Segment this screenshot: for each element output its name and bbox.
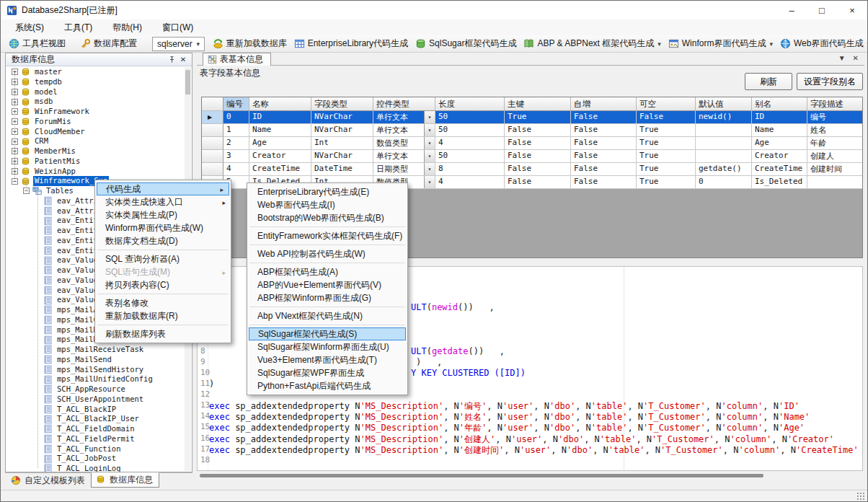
grid-row-header[interactable]: ▶ [202,111,223,124]
tree-node[interactable]: +PatientMis [6,157,185,167]
grid-cell[interactable]: Age [249,137,311,150]
toolbar-button-web-codegen[interactable]: Web界面代码生成▾ [776,36,868,52]
grid-column-header[interactable]: 可空 [637,97,696,111]
tree-node[interactable]: T_ACL_LoginLog [6,464,185,472]
panel-close-icon[interactable]: ✕ [177,55,189,65]
grid-cell[interactable]: ID [249,111,311,124]
grid-row[interactable]: 2AgeInt数值类型▾4FalseFalseTrueAge年龄 [202,137,862,150]
tree-node[interactable]: T_ACL_FieldDomain [6,424,185,434]
minimize-button[interactable]: – [776,1,807,19]
menubar-item-1[interactable]: 工具(T) [54,19,102,36]
grid-cell[interactable]: NVarChar [311,124,373,137]
grid-cell[interactable]: 0 [223,111,249,124]
context-menu-item-0[interactable]: 代码生成▸ [97,182,229,195]
toolbar-button-reload-database[interactable]: 重新加载数据库 [209,36,291,52]
tab-table-basic-info[interactable]: 表基本信息 [203,53,271,66]
context-menu-item-6[interactable]: SQL 查询分析器(A) [95,252,231,265]
grid-cell[interactable]: NVarChar [311,150,373,163]
tree-node[interactable]: T_ACL_BlackIP_User [6,414,185,424]
grid-cell[interactable]: False [505,137,571,150]
code-gen-submenu-item-0[interactable]: EnterpriseLibrary代码生成(E) [247,185,407,198]
grid-cell[interactable]: 单行文本▾ [373,111,435,124]
grid-cell[interactable]: False [571,124,637,137]
grid-cell[interactable]: Age [752,137,807,150]
grid-cell[interactable]: Name [752,124,807,137]
grid-cell[interactable]: Creator [752,150,807,163]
tree-node[interactable]: +msdb [6,97,185,107]
grid-column-header[interactable]: 主键 [505,97,571,111]
database-type-combobox[interactable]: sqlserver▾ [152,37,205,51]
tree-node[interactable]: T_ACL_FieldPermit [6,434,185,444]
tree-node[interactable]: +CRM [6,136,185,146]
code-gen-submenu-item-15[interactable]: SqlSugar框架Winform界面生成(U) [247,340,407,353]
grid-cell[interactable]: 单行文本▾ [373,124,435,137]
grid-cell[interactable] [807,176,863,189]
toolbar-button-winform-codegen[interactable]: Winform界面代码生成▾ [665,36,776,52]
grid-row[interactable]: 4CreateTimeDateTime日期类型▾8FalseFalseTrueg… [202,163,862,176]
grid-cell[interactable]: 4 [223,163,249,176]
grid-cell[interactable]: False [571,137,637,150]
code-gen-submenu-item-14[interactable]: SqlSugar框架代码生成(S) [249,327,406,340]
toolbar-button-enterpriselibrary-codegen[interactable]: EnterpriseLibrary代码生成 [291,36,412,52]
tree-node[interactable]: mps_MailSend [6,355,185,365]
tree-node[interactable]: +model [6,87,185,97]
code-gen-submenu-item-8[interactable]: ABP框架代码生成(A) [247,265,407,278]
grid-row-header[interactable] [202,163,223,176]
sql-hscrollbar[interactable] [197,472,863,480]
grid-cell[interactable]: 50 [435,111,505,124]
grid-cell[interactable]: False [505,124,571,137]
grid-cell[interactable]: NVarChar [311,111,373,124]
grid-cell[interactable]: True [505,111,571,124]
menubar-item-3[interactable]: 窗口(W) [152,19,203,36]
grid-cell[interactable]: False [571,111,637,124]
tree-node[interactable]: T_ACL_BlackIP [6,405,185,415]
refresh-button[interactable]: 刷新 [745,73,792,90]
grid-cell[interactable]: 4 [435,176,505,189]
grid-cell[interactable]: 编号 [807,111,863,124]
grid-cell[interactable]: True [637,137,696,150]
grid-cell[interactable]: True [637,163,696,176]
combobox-dropdown-icon[interactable]: ▾ [424,150,435,162]
grid-cell[interactable]: 50 [435,150,505,163]
context-menu-item-13[interactable]: 刷新数据库列表 [95,327,231,340]
grid-column-header[interactable]: 名称 [249,97,311,111]
grid-cell[interactable] [696,137,752,150]
grid-cell[interactable]: 1 [223,124,249,137]
grid-cell[interactable]: CreateTime [249,163,311,176]
context-menu-item-7[interactable]: SQL语句生成(M)▸ [95,265,231,278]
maximize-button[interactable]: □ [807,1,837,19]
grid-cell[interactable]: False [571,176,637,189]
menubar-item-2[interactable]: 帮助(H) [102,19,152,36]
context-menu-item-2[interactable]: 实体类属性生成(P) [95,208,231,221]
tree-node[interactable]: T_ACL_JobPost [6,454,185,464]
code-gen-submenu-item-12[interactable]: Abp VNext框架代码生成(N) [247,309,407,322]
grid-cell[interactable]: DateTime [311,163,373,176]
toolbar-button-sqlsugar-codegen[interactable]: SqlSugar框架代码生成 [412,36,520,52]
grid-column-header[interactable]: 编号 [223,97,249,111]
tree-scrollbar-thumb[interactable] [185,70,190,94]
close-button[interactable]: × [837,1,867,19]
grid-cell[interactable]: 50 [435,124,505,137]
grid-cell[interactable]: 单行文本▾ [373,150,435,163]
grid-row[interactable]: 1NameNVarChar单行文本▾50FalseFalseTrueName姓名 [202,124,862,137]
grid-row[interactable]: ▶0IDNVarChar单行文本▾50TrueFalseFalsenewid()… [202,111,862,124]
tree-node[interactable]: T_ACL_Function [6,444,185,454]
grid-cell[interactable]: False [505,176,571,189]
set-field-alias-button[interactable]: 设置字段别名 [797,73,863,90]
code-gen-submenu-item-6[interactable]: Web API控制器代码生成(W) [247,247,407,260]
grid-column-header[interactable]: 字段描述 [807,97,863,111]
grid-column-header[interactable]: 默认值 [696,97,752,111]
code-gen-submenu-item-4[interactable]: EntityFramework实体框架代码生成(F) [247,229,407,242]
tree-node[interactable]: +master [6,67,185,77]
grid-cell[interactable]: False [571,163,637,176]
grid-cell[interactable]: 0 [696,176,752,189]
tree-node[interactable]: SCH_AppResource [6,384,185,395]
grid-cell[interactable]: 创建人 [807,150,863,163]
grid-cell[interactable]: 8 [435,163,505,176]
grid-column-header[interactable]: 字段类型 [311,97,373,111]
grid-row-header[interactable] [202,124,223,137]
grid-cell[interactable]: Creator [249,150,311,163]
context-menu-item-11[interactable]: 重新加载数据库(R) [95,309,231,322]
grid-column-header[interactable]: 控件类型 [373,97,435,111]
grid-cell[interactable]: CreateTime [752,163,807,176]
